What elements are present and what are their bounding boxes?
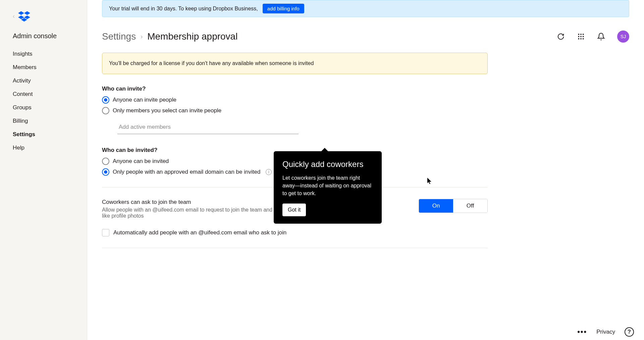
- svg-marker-1: [24, 11, 30, 15]
- toggle-on[interactable]: On: [419, 199, 453, 213]
- radio-anyone-invite-label: Anyone can invite people: [113, 97, 176, 103]
- nav-groups[interactable]: Groups: [0, 101, 87, 114]
- popover-got-it-button[interactable]: Got it: [282, 204, 306, 216]
- nav-help[interactable]: Help: [0, 141, 87, 155]
- breadcrumb-current: Membership approval: [147, 31, 237, 42]
- nav-billing[interactable]: Billing: [0, 114, 87, 128]
- radio-anyone-be-invited-label: Anyone can be invited: [113, 158, 169, 165]
- svg-rect-11: [578, 38, 579, 39]
- help-icon[interactable]: ?: [625, 327, 634, 337]
- refresh-icon[interactable]: [557, 33, 565, 41]
- svg-rect-6: [580, 34, 581, 35]
- nav-activity[interactable]: Activity: [0, 74, 87, 88]
- cursor-icon: [427, 178, 432, 184]
- toggle-off[interactable]: Off: [453, 199, 487, 213]
- svg-rect-10: [583, 36, 584, 37]
- svg-rect-12: [580, 38, 581, 39]
- popover-body: Let coworkers join the team right away—i…: [282, 174, 373, 197]
- svg-marker-14: [427, 178, 431, 184]
- sidebar-title: Admin console: [0, 32, 87, 47]
- auto-add-checkbox[interactable]: [102, 229, 109, 236]
- privacy-link[interactable]: Privacy: [596, 329, 615, 335]
- radio-anyone-invite[interactable]: Anyone can invite people: [102, 96, 492, 104]
- svg-marker-0: [18, 11, 24, 15]
- nav-settings[interactable]: Settings: [0, 128, 87, 141]
- divider-2: [102, 248, 488, 248]
- more-icon[interactable]: •••: [577, 328, 587, 336]
- chevron-right-icon: ›: [141, 33, 143, 40]
- svg-rect-13: [583, 38, 584, 39]
- svg-rect-8: [578, 36, 579, 37]
- popover-title: Quickly add coworkers: [282, 159, 373, 169]
- back-chevron-icon[interactable]: ‹: [13, 13, 15, 20]
- auto-add-checkbox-row[interactable]: Automatically add people with an @uifeed…: [102, 229, 492, 236]
- info-icon[interactable]: i: [266, 169, 272, 175]
- add-members-input[interactable]: [117, 120, 299, 134]
- who-can-invite-title: Who can invite?: [102, 86, 492, 92]
- svg-rect-7: [583, 34, 584, 35]
- apps-grid-icon[interactable]: [577, 33, 585, 41]
- avatar[interactable]: SJ: [617, 31, 629, 43]
- footer: ••• Privacy ?: [577, 327, 634, 337]
- radio-selected-invite-label: Only members you select can invite peopl…: [113, 107, 221, 114]
- radio-selected-invite[interactable]: Only members you select can invite peopl…: [102, 107, 492, 114]
- main: Your trial will end in 30 days. To keep …: [87, 0, 644, 340]
- bell-icon[interactable]: [597, 33, 605, 41]
- popover-quickly-add: Quickly add coworkers Let coworkers join…: [274, 151, 382, 224]
- breadcrumb-parent[interactable]: Settings: [102, 31, 136, 42]
- nav-members[interactable]: Members: [0, 61, 87, 74]
- svg-rect-9: [580, 36, 581, 37]
- sidebar-nav: Insights Members Activity Content Groups…: [0, 47, 87, 155]
- nav-insights[interactable]: Insights: [0, 47, 87, 61]
- auto-add-label: Automatically add people with an @uifeed…: [113, 229, 286, 236]
- breadcrumb: Settings › Membership approval: [102, 31, 237, 42]
- coworkers-toggle: On Off: [419, 199, 488, 213]
- dropbox-logo-icon[interactable]: [18, 10, 30, 22]
- radio-approved-domain-label: Only people with an approved email domai…: [113, 169, 260, 175]
- svg-rect-5: [578, 34, 579, 35]
- trial-banner: Your trial will end in 30 days. To keep …: [102, 0, 629, 17]
- nav-content[interactable]: Content: [0, 88, 87, 101]
- trial-text: Your trial will end in 30 days. To keep …: [109, 6, 258, 12]
- license-warning: You'll be charged for a license if you d…: [102, 53, 488, 74]
- add-billing-button[interactable]: add billing info: [263, 4, 304, 13]
- sidebar: ‹ Admin console Insights Members Activit…: [0, 0, 87, 340]
